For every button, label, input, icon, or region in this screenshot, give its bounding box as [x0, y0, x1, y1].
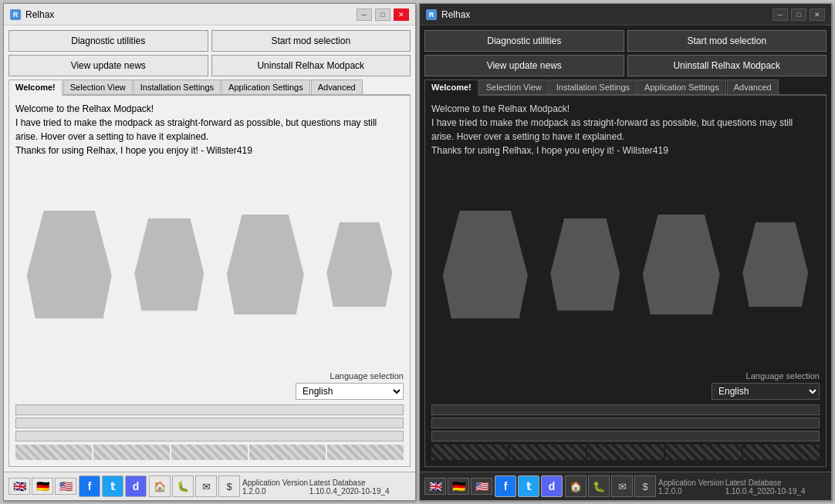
close-btn-dark[interactable]: ✕ — [810, 8, 825, 21]
tab-advanced-dark[interactable]: Advanced — [727, 79, 779, 94]
diagnostic-btn-light[interactable]: Diagnostic utilities — [8, 30, 208, 52]
facebook-btn-dark[interactable]: f — [495, 475, 516, 497]
app-icon-dark: R — [426, 9, 437, 20]
tab-advanced-light[interactable]: Advanced — [311, 79, 363, 94]
stripe-2-light — [93, 445, 170, 460]
top-btn-row-dark: Diagnostic utilities Start mod selection — [424, 30, 827, 52]
tab-welcome-dark[interactable]: Welcome! — [424, 79, 478, 96]
stripe-4-light — [249, 445, 326, 460]
home-btn-dark[interactable]: 🏠 — [565, 475, 587, 497]
flag-us-light[interactable]: 🇺🇸 — [55, 478, 76, 495]
social-btns-dark: f 𝕥 d — [495, 475, 563, 497]
facebook-btn-light[interactable]: f — [79, 475, 100, 497]
app-version-light: Application Version 1.2.0.0 — [242, 479, 309, 496]
stripe-3-dark — [587, 445, 664, 460]
social-btns-light: f 𝕥 d — [79, 475, 147, 497]
icon-btns-dark: 🏠 🐛 ✉ $ — [565, 475, 656, 497]
maximize-btn-dark[interactable]: □ — [791, 8, 806, 21]
home-btn-light[interactable]: 🏠 — [149, 475, 171, 497]
stripe-5-dark — [743, 445, 820, 460]
discord-btn-dark[interactable]: d — [541, 475, 563, 497]
close-btn-light[interactable]: ✕ — [394, 8, 409, 21]
welcome-line-4-dark: Thanks for using Relhax, I hope you enjo… — [431, 144, 820, 157]
tab-selection-light[interactable]: Selection View — [63, 79, 133, 94]
flag-uk-light[interactable]: 🇬🇧 — [8, 478, 30, 495]
uninstall-btn-light[interactable]: Uninstall Relhax Modpack — [211, 55, 411, 76]
image-area-light — [15, 164, 404, 365]
welcome-line-4-light: Thanks for using Relhax, I hope you enjo… — [15, 144, 404, 157]
lang-section-light: Language selection English — [15, 371, 404, 400]
title-bar-left-dark: R Relhax — [426, 9, 470, 20]
tab-application-dark[interactable]: Application Settings — [637, 79, 726, 94]
shape-2-dark — [550, 218, 620, 311]
status-bar-2-dark — [431, 418, 820, 428]
title-bar-left: R Relhax — [10, 9, 54, 20]
update-news-btn-dark[interactable]: View update news — [424, 55, 624, 76]
tab-application-light[interactable]: Application Settings — [221, 79, 310, 94]
lang-select-dark[interactable]: English — [712, 383, 820, 400]
title-controls-dark: ─ □ ✕ — [772, 8, 825, 21]
bottom-btn-row-light: View update news Uninstall Relhax Modpac… — [8, 55, 411, 76]
db-version-dark: Latest Database 1.10.0.4_2020-10-19_4 — [725, 479, 827, 496]
welcome-line-1-dark: Welcome to the Relhax Modpack! — [431, 102, 820, 116]
footer-light: 🇬🇧 🇩🇪 🇺🇸 f 𝕥 d 🏠 🐛 ✉ $ Application Versi… — [4, 472, 415, 500]
dollar-btn-light[interactable]: $ — [218, 475, 240, 497]
flag-de-light[interactable]: 🇩🇪 — [32, 478, 53, 495]
content-dark: Diagnostic utilities Start mod selection… — [420, 25, 831, 472]
stripe-4-dark — [665, 445, 742, 460]
shape-3-dark — [643, 215, 720, 315]
minimize-btn-dark[interactable]: ─ — [772, 8, 788, 21]
dollar-btn-dark[interactable]: $ — [634, 475, 656, 497]
mail-btn-dark[interactable]: ✉ — [611, 475, 633, 497]
stripe-row-dark — [431, 445, 820, 460]
status-bar-1-light — [15, 404, 404, 415]
start-mod-btn-dark[interactable]: Start mod selection — [627, 30, 827, 52]
title-bar-light: R Relhax ─ □ ✕ — [4, 4, 415, 25]
start-mod-btn-light[interactable]: Start mod selection — [211, 30, 411, 52]
top-btn-row-light: Diagnostic utilities Start mod selection — [8, 30, 411, 52]
status-bar-3-dark — [431, 431, 820, 441]
light-window: R Relhax ─ □ ✕ Diagnostic utilities Star… — [3, 3, 416, 501]
app-version-dark: Application Version 1.2.0.0 — [658, 479, 725, 496]
stripe-row-light — [15, 445, 404, 460]
bottom-btn-row-dark: View update news Uninstall Relhax Modpac… — [424, 55, 827, 76]
maximize-btn-light[interactable]: □ — [375, 8, 390, 21]
image-area-dark — [431, 164, 820, 365]
minimize-btn-light[interactable]: ─ — [357, 8, 372, 21]
bug-btn-light[interactable]: 🐛 — [172, 475, 194, 497]
stripe-5-light — [327, 445, 404, 460]
mail-btn-light[interactable]: ✉ — [195, 475, 217, 497]
lang-label-dark: Language selection — [746, 371, 820, 381]
tab-installation-dark[interactable]: Installation Settings — [549, 79, 637, 94]
shapes-dark — [431, 164, 820, 365]
discord-btn-light[interactable]: d — [125, 475, 147, 497]
welcome-text-dark: Welcome to the Relhax Modpack! I have tr… — [431, 102, 820, 157]
app-icon-light: R — [10, 9, 21, 20]
welcome-line-2-light: I have tried to make the modpack as stra… — [15, 116, 404, 130]
lang-section-dark: Language selection English — [431, 371, 820, 400]
stripe-3-light — [171, 445, 248, 460]
bug-btn-dark[interactable]: 🐛 — [588, 475, 610, 497]
twitter-btn-light[interactable]: 𝕥 — [102, 475, 123, 497]
status-bars-light — [15, 404, 404, 441]
tab-welcome-light[interactable]: Welcome! — [8, 79, 63, 96]
shape-1-light — [27, 211, 112, 319]
uninstall-btn-dark[interactable]: Uninstall Relhax Modpack — [627, 55, 827, 76]
welcome-line-3-dark: arise. Hover over a setting to have it e… — [431, 130, 820, 144]
flag-us-dark[interactable]: 🇺🇸 — [471, 478, 492, 495]
shape-1-dark — [443, 211, 528, 319]
update-news-btn-light[interactable]: View update news — [8, 55, 208, 76]
flag-de-dark[interactable]: 🇩🇪 — [448, 478, 469, 495]
version-info-light: Application Version 1.2.0.0 Latest Datab… — [242, 479, 411, 496]
lang-select-light[interactable]: English — [296, 383, 404, 400]
title-controls-light: ─ □ ✕ — [357, 8, 409, 21]
tab-installation-light[interactable]: Installation Settings — [134, 79, 221, 94]
lang-label-light: Language selection — [330, 371, 404, 381]
diagnostic-btn-dark[interactable]: Diagnostic utilities — [424, 30, 624, 52]
status-bar-3-light — [15, 431, 404, 441]
flag-uk-dark[interactable]: 🇬🇧 — [424, 478, 446, 495]
db-version-light: Latest Database 1.10.0.4_2020-10-19_4 — [309, 479, 411, 496]
tab-selection-dark[interactable]: Selection View — [479, 79, 549, 94]
welcome-line-3-light: arise. Hover over a setting to have it e… — [15, 130, 404, 144]
twitter-btn-dark[interactable]: 𝕥 — [518, 475, 539, 497]
